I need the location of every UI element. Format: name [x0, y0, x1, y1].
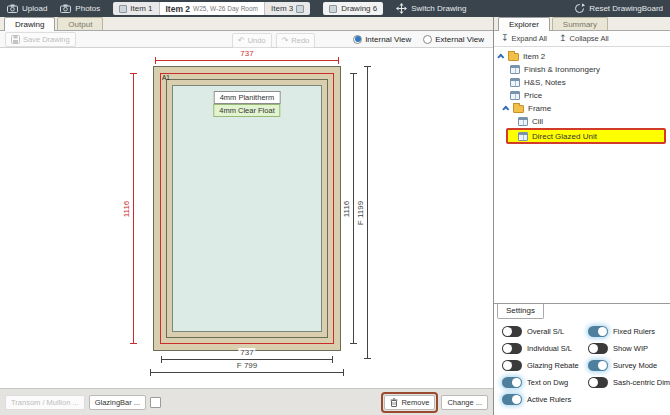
- drawing-canvas[interactable]: 737 A1 4mm Planitherm 4mm Clear Float 11…: [0, 48, 493, 388]
- trash-icon: [390, 398, 398, 407]
- toggle-knob: [503, 327, 512, 336]
- tab-summary[interactable]: Summary: [552, 17, 608, 30]
- chevron-expanded-icon[interactable]: [497, 54, 504, 61]
- toggle-label: Text on Dwg: [527, 378, 568, 387]
- toggle-label: Active Rulers: [527, 395, 571, 404]
- explorer-panel: Explorer Summary ↧ Expand All ↥ Collapse…: [493, 17, 670, 415]
- glass-pane[interactable]: [172, 85, 322, 332]
- toggle-label: Glazing Rebate: [527, 361, 579, 370]
- remove-highlight-annotation: Remove: [381, 392, 438, 413]
- tab-output[interactable]: Output: [57, 17, 103, 30]
- drawing-board-app: Upload Photos Item 1 Item 2 W25, W-26 Da…: [0, 0, 670, 415]
- save-icon: [11, 35, 20, 44]
- reset-drawingboard-label: Reset DrawingBoard: [589, 4, 663, 13]
- camera-icon: [60, 4, 71, 13]
- tree-item-finish-ironmongery[interactable]: Finish & Ironmongery: [494, 63, 670, 76]
- expand-all-button[interactable]: ↧ Expand All: [501, 34, 547, 43]
- switch-drawing-button[interactable]: Switch Drawing: [396, 3, 466, 14]
- tree-item-price[interactable]: Price: [494, 89, 670, 102]
- settings-tab: Settings: [497, 304, 544, 319]
- top-toolbar: Upload Photos Item 1 Item 2 W25, W-26 Da…: [0, 0, 670, 17]
- toggle-knob: [598, 361, 607, 370]
- setting-overall-s-l: Overall S/L: [502, 326, 588, 337]
- dimension-label: F 1199: [356, 198, 365, 226]
- chevron-expanded-icon[interactable]: [502, 106, 509, 113]
- expand-all-label: Expand All: [512, 34, 547, 43]
- tree-item-frame[interactable]: Frame: [494, 102, 670, 115]
- drawing-6-button[interactable]: Drawing 6: [323, 2, 383, 15]
- upload-button[interactable]: Upload: [7, 4, 47, 13]
- tree-item-cill[interactable]: Cill: [494, 115, 670, 128]
- toggle-glazing-rebate[interactable]: [502, 360, 522, 371]
- change-button[interactable]: Change ...: [441, 395, 488, 410]
- toggle-survey-mode[interactable]: [588, 360, 608, 371]
- undo-redo-group: ↶ Undo ↷ Redo: [232, 33, 315, 48]
- camera-icon: [7, 4, 18, 13]
- right-tabrow: Explorer Summary: [494, 17, 670, 31]
- toggle-label: Individual S/L: [527, 344, 572, 353]
- glazingbar-button[interactable]: GlazingBar ...: [89, 395, 146, 410]
- toggle-sash-centric-dims[interactable]: [588, 377, 608, 388]
- settings-toggles: Overall S/LFixed RulersIndividual S/LSho…: [494, 319, 670, 405]
- sheet-icon: [518, 117, 528, 126]
- item-3-tab[interactable]: Item 3: [264, 2, 310, 15]
- toggle-overall-s-l[interactable]: [502, 326, 522, 337]
- tree-item-item-2[interactable]: Item 2: [494, 50, 670, 63]
- dimension-bottom-overall: F 799: [150, 372, 344, 373]
- tab-explorer[interactable]: Explorer: [498, 17, 550, 31]
- toggle-label: Sash-centric Dims: [613, 378, 670, 387]
- dimension-label: 737: [238, 348, 255, 357]
- undo-label: Undo: [248, 36, 266, 45]
- item-2-tab[interactable]: Item 2 W25, W-26 Day Room: [159, 2, 264, 15]
- tree-item-direct-glazed-unit[interactable]: Direct Glazed Unit: [506, 128, 666, 144]
- toggle-knob: [503, 344, 512, 353]
- setting-individual-s-l: Individual S/L: [502, 343, 588, 354]
- switch-drawing-label: Switch Drawing: [411, 4, 466, 13]
- save-drawing-button[interactable]: Save Drawing: [5, 32, 76, 47]
- undo-button[interactable]: ↶ Undo: [232, 33, 272, 48]
- item-1-tab[interactable]: Item 1: [113, 2, 158, 15]
- collapse-all-icon: ↥: [559, 34, 567, 43]
- toggle-knob: [589, 344, 598, 353]
- toggle-show-wip[interactable]: [588, 343, 608, 354]
- reset-drawingboard-button[interactable]: Reset DrawingBoard: [574, 3, 663, 14]
- frame-corner-label: A1: [162, 74, 170, 81]
- dimension-label: 1116: [122, 198, 131, 219]
- remove-label: Remove: [401, 398, 429, 407]
- collapse-all-button[interactable]: ↥ Collapse All: [559, 34, 609, 43]
- reset-circle-icon: [574, 3, 585, 14]
- collapse-all-label: Collapse All: [570, 34, 609, 43]
- tree-item-label: Finish & Ironmongery: [524, 65, 600, 74]
- glass-spec-inner-label[interactable]: 4mm Clear Float: [213, 104, 280, 117]
- external-view-radio[interactable]: External View: [423, 35, 484, 44]
- glazingbar-checkbox[interactable]: [150, 397, 161, 408]
- item-3-label: Item 3: [271, 4, 293, 13]
- undo-icon: ↶: [238, 37, 245, 45]
- item-2-label: Item 2: [166, 4, 191, 14]
- remove-button[interactable]: Remove: [384, 395, 435, 410]
- redo-button[interactable]: ↷ Redo: [276, 33, 316, 48]
- toggle-text-on-dwg[interactable]: [502, 377, 522, 388]
- setting-survey-mode: Survey Mode: [588, 360, 670, 371]
- item-1-label: Item 1: [130, 4, 152, 13]
- transom-mullion-button[interactable]: Transom / Mullion ...: [5, 395, 85, 410]
- dimension-label: 1116: [342, 198, 351, 219]
- tab-drawing[interactable]: Drawing: [4, 17, 55, 31]
- toggle-label: Survey Mode: [613, 361, 657, 370]
- tree-item-label: Direct Glazed Unit: [532, 132, 597, 141]
- dimension-label: F 799: [235, 361, 259, 370]
- tree-item-h-s-notes[interactable]: H&S, Notes: [494, 76, 670, 89]
- toggle-fixed-rulers[interactable]: [588, 326, 608, 337]
- dimension-right-height: 1116: [353, 73, 354, 344]
- setting-active-rulers: Active Rulers: [502, 394, 588, 405]
- toggle-label: Fixed Rulers: [613, 327, 655, 336]
- sheet-icon: [510, 91, 520, 100]
- photos-button[interactable]: Photos: [60, 4, 100, 13]
- toggle-individual-s-l[interactable]: [502, 343, 522, 354]
- toggle-knob: [598, 327, 607, 336]
- internal-view-radio[interactable]: Internal View: [353, 35, 411, 44]
- item-next-icon[interactable]: [296, 5, 304, 13]
- toggle-active-rulers[interactable]: [502, 394, 522, 405]
- item-icon: [119, 5, 127, 13]
- glass-spec-outer-label[interactable]: 4mm Planitherm: [214, 91, 281, 104]
